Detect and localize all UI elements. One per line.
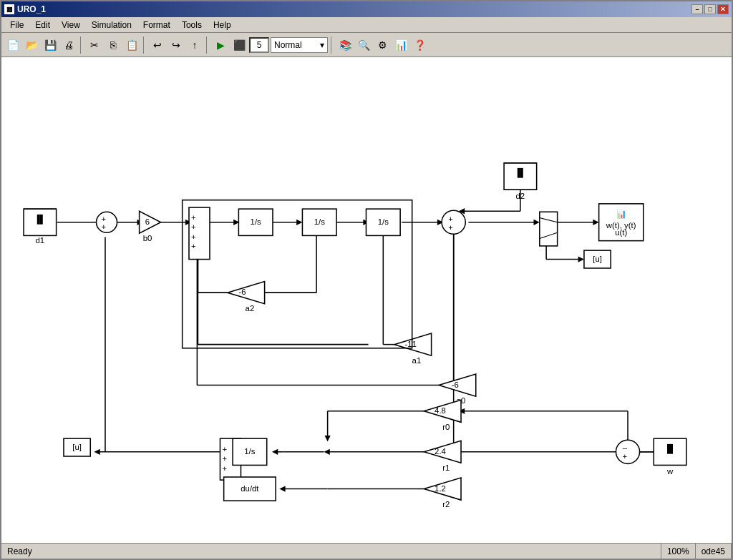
svg-text:b0: b0 — [143, 234, 152, 242]
svg-text:+: + — [448, 223, 453, 232]
svg-text:d1: d1 — [36, 236, 45, 245]
mode-label: Normal — [274, 40, 302, 50]
svg-text:+: + — [102, 215, 107, 223]
statusbar: Ready 100% ode45 — [1, 543, 732, 559]
svg-point-85 — [442, 210, 465, 234]
sep2 — [143, 36, 146, 54]
titlebar-left: ▦ URO_1 — [4, 4, 46, 14]
svg-point-68 — [97, 212, 117, 232]
diagram-canvas: text { font-family: Arial, sans-serif; f… — [1, 57, 732, 543]
settings-button[interactable]: ⚙ — [374, 36, 391, 54]
undo-button[interactable]: ↩ — [149, 36, 166, 54]
menu-simulation[interactable]: Simulation — [86, 19, 137, 31]
titlebar-buttons[interactable]: – □ ✕ — [691, 4, 729, 14]
svg-text:1.2: 1.2 — [435, 484, 446, 493]
svg-text:▐▌: ▐▌ — [515, 167, 526, 178]
svg-text:[u]: [u] — [72, 443, 82, 451]
svg-text:d2: d2 — [516, 192, 525, 200]
app-icon: ▦ — [4, 4, 14, 14]
svg-text:u(t): u(t) — [615, 228, 627, 237]
svg-text:+: + — [191, 232, 196, 241]
stop-button[interactable]: ⬛ — [230, 36, 248, 54]
mode-dropdown[interactable]: Normal ▾ — [271, 37, 328, 53]
menu-tools[interactable]: Tools — [176, 19, 208, 31]
svg-text:-6: -6 — [238, 288, 246, 296]
status-ready: Ready — [1, 544, 661, 559]
play-button[interactable]: ▶ — [212, 36, 229, 54]
close-button[interactable]: ✕ — [717, 4, 729, 14]
svg-text:6: 6 — [145, 217, 150, 226]
debug-button[interactable]: 🔍 — [355, 36, 372, 54]
sep4 — [331, 36, 334, 54]
svg-text:r1: r1 — [442, 463, 450, 472]
open-button[interactable]: 📂 — [23, 36, 40, 54]
menu-edit[interactable]: Edit — [29, 19, 56, 31]
toolbar: 📄 📂 💾 🖨 ✂ ⎘ 📋 ↩ ↪ ↑ ▶ ⬛ 5 Normal ▾ 📚 🔍 ⚙… — [1, 33, 732, 57]
dropdown-arrow: ▾ — [320, 40, 324, 50]
svg-text:-11: -11 — [404, 340, 416, 348]
svg-text:+: + — [623, 452, 628, 461]
svg-text:+: + — [223, 464, 228, 473]
canvas-area[interactable]: text { font-family: Arial, sans-serif; f… — [1, 57, 732, 543]
svg-rect-93 — [540, 212, 558, 246]
svg-text:+: + — [448, 215, 453, 223]
status-zoom: 100% — [661, 544, 696, 559]
titlebar: ▦ URO_1 – □ ✕ — [1, 1, 732, 17]
svg-text:-6: -6 — [452, 380, 459, 389]
svg-text:w: w — [666, 467, 674, 476]
svg-text:+: + — [191, 213, 196, 222]
library-button[interactable]: 📚 — [336, 36, 354, 54]
menu-file[interactable]: File — [4, 19, 29, 31]
svg-text:+: + — [223, 445, 228, 453]
svg-text:+: + — [223, 454, 228, 463]
new-button[interactable]: 📄 — [4, 36, 21, 54]
model-info[interactable]: 📊 — [392, 36, 409, 54]
minimize-button[interactable]: – — [691, 4, 703, 14]
menu-help[interactable]: Help — [208, 19, 237, 31]
window-title: URO_1 — [17, 4, 46, 14]
svg-text:1/s: 1/s — [314, 217, 325, 226]
copy-button[interactable]: ⎘ — [105, 36, 122, 54]
svg-text:1/s: 1/s — [251, 217, 261, 226]
svg-text:+: + — [191, 242, 196, 250]
maximize-button[interactable]: □ — [704, 4, 716, 14]
menubar: File Edit View Simulation Format Tools H… — [1, 17, 732, 33]
help-btn2[interactable]: ❓ — [411, 36, 428, 54]
svg-text:du/dt: du/dt — [241, 484, 259, 493]
svg-text:4.8: 4.8 — [435, 406, 446, 415]
svg-text:–: – — [623, 443, 628, 452]
svg-text:2.4: 2.4 — [435, 447, 446, 456]
svg-text:a1: a1 — [412, 356, 422, 365]
paste-button[interactable]: 📋 — [123, 36, 140, 54]
svg-text:▐▌: ▐▌ — [664, 443, 676, 454]
svg-text:1/s: 1/s — [244, 447, 255, 456]
svg-text:+: + — [102, 222, 107, 231]
sim-time-input[interactable]: 5 — [249, 37, 269, 53]
svg-text:▐▌: ▐▌ — [34, 214, 46, 225]
sep1 — [80, 36, 83, 54]
cut-button[interactable]: ✂ — [86, 36, 103, 54]
redo-button[interactable]: ↪ — [168, 36, 185, 54]
save-button[interactable]: 💾 — [42, 36, 59, 54]
svg-text:+: + — [191, 222, 196, 231]
menu-view[interactable]: View — [56, 19, 86, 31]
svg-text:1/s: 1/s — [378, 217, 389, 226]
menu-format[interactable]: Format — [137, 19, 176, 31]
svg-text:a2: a2 — [246, 304, 255, 313]
svg-point-130 — [616, 440, 639, 463]
sep3 — [206, 36, 209, 54]
main-window: ▦ URO_1 – □ ✕ File Edit View Simulation … — [0, 0, 733, 560]
print-button[interactable]: 🖨 — [60, 36, 77, 54]
status-solver: ode45 — [696, 544, 732, 559]
svg-text:📊: 📊 — [616, 209, 627, 219]
up-button[interactable]: ↑ — [186, 36, 203, 54]
svg-text:r2: r2 — [442, 500, 450, 509]
svg-text:[u]: [u] — [593, 255, 602, 263]
svg-text:r0: r0 — [442, 423, 450, 431]
